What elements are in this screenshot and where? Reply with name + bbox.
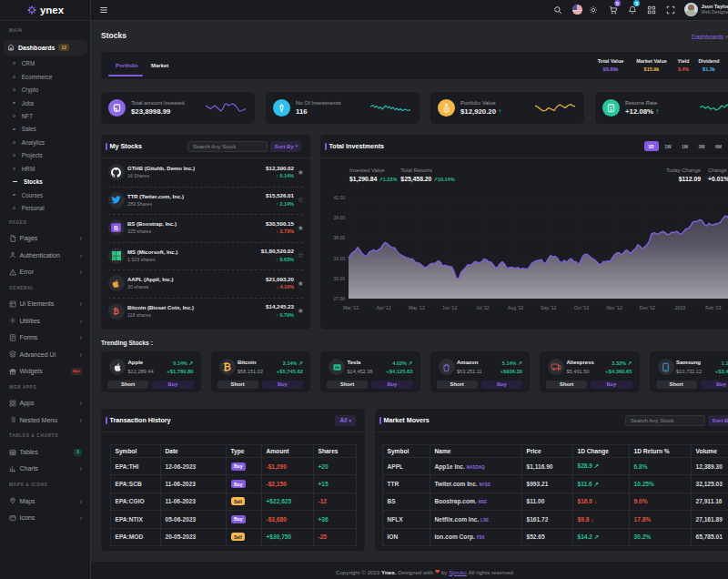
svg-text:Feb '13: Feb '13: [705, 305, 721, 310]
svg-text:Mar '12: Mar '12: [343, 305, 359, 310]
svg-text:Jun '12: Jun '12: [442, 305, 458, 310]
svg-text:27.00: 27.00: [333, 296, 345, 301]
svg-text:Jul '12: Jul '12: [476, 305, 490, 310]
svg-text:Nov '12: Nov '12: [606, 305, 622, 310]
svg-text:30.00: 30.00: [333, 276, 345, 281]
svg-text:Dec '12: Dec '12: [640, 305, 656, 310]
svg-text:33.00: 33.00: [333, 256, 345, 261]
svg-text:42.00: 42.00: [333, 195, 345, 200]
svg-text:Oct '12: Oct '12: [574, 305, 589, 310]
svg-text:Sep '12: Sep '12: [541, 305, 557, 310]
svg-text:Aug '12: Aug '12: [508, 305, 524, 310]
svg-text:May '12: May '12: [409, 305, 425, 310]
svg-text:36.00: 36.00: [333, 235, 345, 240]
svg-text:2013: 2013: [675, 305, 686, 310]
svg-text:39.00: 39.00: [333, 215, 345, 220]
svg-text:Apr '12: Apr '12: [377, 305, 391, 310]
